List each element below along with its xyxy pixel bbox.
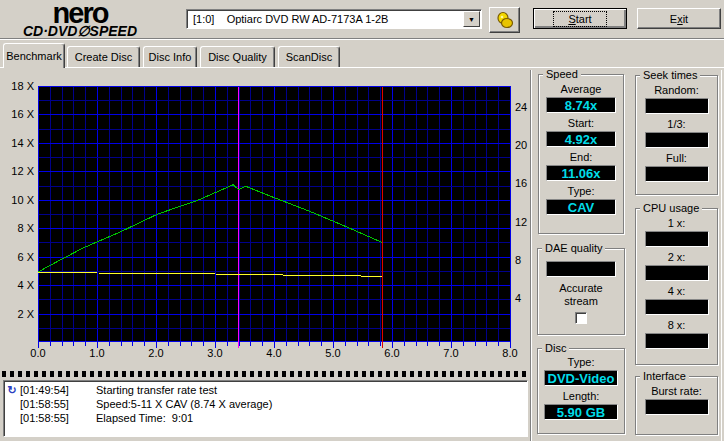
cpu-usage-group: CPU usage 1 x: 2 x: 4 x: 8 x: [635, 208, 718, 365]
x-tick-label: 8.0 [495, 347, 525, 359]
log-entry: ↻ [01:49:54] Starting transfer rate test [4, 383, 527, 397]
x-tick-label: 5.0 [318, 347, 348, 359]
log-message: Speed:5-11 X CAV (8.74 X average) [96, 397, 527, 411]
disc-length-label: Length: [538, 390, 624, 403]
tab-scandisc[interactable]: ScanDisc [278, 46, 340, 67]
drive-select-dropdown-button[interactable]: ▼ [463, 11, 480, 27]
cpu-usage-group-title: CPU usage [640, 202, 702, 214]
start-button-label: Start [553, 11, 606, 27]
disc-group: Disc Type: DVD-Video Length: 5.90 GB [537, 348, 625, 434]
options-button[interactable] [489, 7, 520, 33]
disc-type-value: DVD-Video [544, 370, 618, 386]
panel-separator [530, 70, 532, 441]
disc-group-title: Disc [542, 342, 569, 354]
nero-cd-dvd-speed-window: nero CD·DVD∅SPEED [1:0] Optiarc DVD RW A… [0, 0, 724, 441]
speed-type-label: Type: [539, 185, 623, 198]
y-right-tick-label: 24 [515, 101, 539, 113]
y-left-tick-label: 18 X [0, 80, 34, 92]
disc-type-label: Type: [538, 356, 624, 369]
dae-quality-value [546, 261, 616, 277]
seek-random-value [645, 98, 709, 114]
y-right-tick-label: 8 [515, 254, 539, 266]
accurate-stream-checkbox[interactable] [575, 312, 587, 324]
log-entry: [01:58:55] Speed:5-11 X CAV (8.74 X aver… [4, 397, 527, 411]
busy-spinner-icon: ↻ [4, 383, 20, 397]
x-tick-label: 2.0 [141, 347, 171, 359]
cpu-4x-value [645, 299, 709, 315]
tab-page-top-edge [0, 67, 724, 68]
nero-logo-wordmark: nero [6, 1, 154, 25]
right-edge-highlight [721, 70, 722, 441]
transfer-rate-chart: 18 X16 X14 X12 X10 X8 X6 X4 X2 X0.01.02.… [0, 70, 540, 370]
log-timestamp: [01:49:54] [20, 383, 80, 397]
cpu-2x-value [645, 265, 709, 281]
y-right-tick-label: 12 [515, 216, 539, 228]
log-message: Starting transfer rate test [96, 383, 527, 397]
y-left-tick-label: 16 X [0, 108, 34, 120]
cpu-2x-label: 2 x: [636, 251, 717, 264]
chevron-down-icon: ▼ [468, 16, 475, 23]
start-button[interactable]: Start [533, 8, 627, 29]
average-speed-label: Average [539, 83, 623, 96]
status-log[interactable]: ↻ [01:49:54] Starting transfer rate test… [3, 380, 528, 437]
log-splitter-handle[interactable] [2, 371, 528, 377]
log-message: Elapsed Time: 9:01 [96, 411, 527, 425]
tab-create-disc[interactable]: Create Disc [67, 46, 140, 67]
average-speed-value: 8.74x [546, 97, 616, 113]
options-icon [495, 11, 515, 29]
cpu-1x-value [645, 231, 709, 247]
y-right-tick-label: 20 [515, 139, 539, 151]
cd-dvd-speed-logo-text: CD·DVD∅SPEED [6, 25, 154, 38]
nero-logo: nero CD·DVD∅SPEED [6, 1, 154, 38]
x-tick-label: 3.0 [200, 347, 230, 359]
tab-disc-quality[interactable]: Disc Quality [200, 46, 275, 67]
chart-canvas [38, 86, 512, 350]
log-timestamp: [01:58:55] [20, 397, 80, 411]
x-tick-label: 0.0 [23, 347, 53, 359]
seek-full-label: Full: [636, 152, 717, 165]
seek-full-value [645, 166, 709, 182]
y-right-tick-label: 16 [515, 177, 539, 189]
log-entry: [01:58:55] Elapsed Time: 9:01 [4, 411, 527, 425]
burst-rate-value [645, 399, 709, 415]
seek-third-value [645, 132, 709, 148]
accurate-stream-label: Accurate stream [546, 282, 616, 308]
drive-select-combobox[interactable]: [1:0] Optiarc DVD RW AD-7173A 1-2B ▼ [186, 9, 482, 29]
cpu-8x-value [645, 333, 709, 349]
speed-type-value: CAV [546, 199, 616, 215]
dae-quality-group: DAE quality Accurate stream [537, 248, 625, 335]
x-tick-label: 6.0 [377, 347, 407, 359]
y-right-tick-label: 4 [515, 292, 539, 304]
x-tick-label: 4.0 [259, 347, 289, 359]
tab-benchmark[interactable]: Benchmark [3, 43, 65, 68]
tab-disc-info[interactable]: Disc Info [143, 46, 197, 67]
burst-rate-label: Burst rate: [636, 385, 717, 398]
x-tick-label: 7.0 [436, 347, 466, 359]
exit-button[interactable]: Exit [637, 8, 721, 29]
start-speed-value: 4.92x [546, 131, 616, 147]
speed-group: Speed Average 8.74x Start: 4.92x End: 11… [538, 74, 624, 234]
cpu-8x-label: 8 x: [636, 319, 717, 332]
end-speed-label: End: [539, 151, 623, 164]
seek-random-label: Random: [636, 84, 717, 97]
cpu-1x-label: 1 x: [636, 217, 717, 230]
y-left-tick-label: 2 X [0, 308, 34, 320]
cpu-4x-label: 4 x: [636, 285, 717, 298]
disc-length-value: 5.90 GB [544, 404, 618, 420]
end-speed-value: 11.06x [546, 165, 616, 181]
dae-quality-group-title: DAE quality [542, 242, 605, 254]
interface-group: Interface Burst rate: [635, 376, 718, 435]
y-left-tick-label: 10 X [0, 194, 34, 206]
seek-times-group-title: Seek times [640, 69, 700, 81]
header-divider [0, 38, 724, 40]
seek-times-group: Seek times Random: 1/3: Full: [635, 75, 718, 195]
log-timestamp: [01:58:55] [20, 411, 80, 425]
exit-button-label: Exit [670, 13, 688, 25]
x-tick-label: 1.0 [82, 347, 112, 359]
y-left-tick-label: 14 X [0, 137, 34, 149]
y-left-tick-label: 4 X [0, 279, 34, 291]
drive-select-value: [1:0] Optiarc DVD RW AD-7173A 1-2B [187, 13, 463, 25]
y-left-tick-label: 6 X [0, 251, 34, 263]
speed-group-title: Speed [543, 68, 581, 80]
seek-third-label: 1/3: [636, 118, 717, 131]
